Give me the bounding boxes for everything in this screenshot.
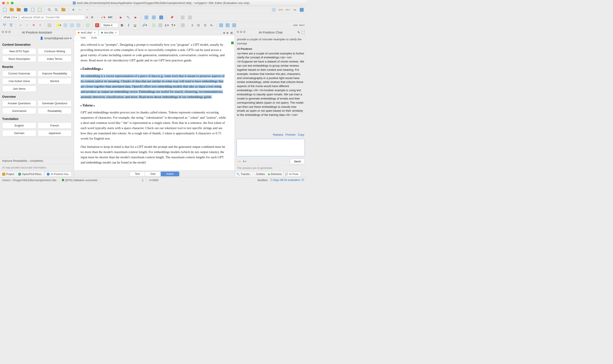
indent-icon[interactable] — [143, 14, 149, 20]
mode-author[interactable]: Author — [161, 171, 179, 176]
translate-english-button[interactable]: English — [2, 122, 36, 129]
format-icon[interactable] — [151, 14, 157, 20]
tab-test2[interactable]: test2.dita* ✕ — [75, 30, 98, 35]
list-ul-icon[interactable] — [196, 22, 201, 28]
join-items-button[interactable]: Join Items — [2, 86, 36, 92]
translate-french-button[interactable]: French — [38, 122, 72, 129]
db-perspective-icon[interactable] — [299, 7, 305, 13]
styles-dropdown[interactable]: Styles ▾ — [101, 23, 118, 28]
underline-button[interactable]: U — [132, 22, 138, 28]
summarize-button[interactable]: Summarize — [2, 108, 36, 114]
chat-input[interactable] — [237, 139, 305, 156]
comment1-icon[interactable] — [63, 22, 68, 28]
copy-link[interactable]: Copy — [298, 133, 304, 136]
highlight-icon[interactable]: ▾ — [56, 22, 62, 28]
tab-project[interactable]: Project — [0, 171, 16, 177]
xpath-version-select[interactable]: XPath 2.0 ▾ — [2, 15, 18, 20]
reload-icon[interactable] — [37, 7, 43, 13]
delete-icon[interactable]: ✕ — [31, 22, 36, 28]
copy-icon[interactable] — [47, 22, 52, 28]
back-icon[interactable]: ← — [77, 7, 83, 13]
improve-readability-button[interactable]: Improve Readability — [38, 70, 72, 77]
answer-questions-button[interactable]: Answer Questions — [2, 100, 36, 106]
tab-entities[interactable]: ⬩Entities — [253, 171, 266, 177]
continue-writing-button[interactable]: Continue Writing — [38, 48, 72, 54]
correct-grammar-button[interactable]: Correct Grammar — [2, 70, 36, 77]
bookmark-icon[interactable] — [158, 14, 164, 20]
table1-icon[interactable] — [218, 22, 224, 28]
tab-positron-assistant[interactable]: AI Positron Ass.. — [45, 171, 72, 177]
profile-icon[interactable] — [2, 22, 7, 28]
tab-open-find[interactable]: Open/Find Reso.. — [16, 171, 44, 177]
xpath-input[interactable] — [20, 15, 85, 20]
open-project-icon[interactable] — [16, 7, 22, 13]
close-tab-icon[interactable]: ✕ — [115, 31, 117, 34]
media-icon[interactable] — [158, 22, 163, 28]
xquery-perspective-icon[interactable]: XQ — [292, 7, 298, 13]
editor-content[interactable]: also referred to as "prompts". Designing… — [74, 40, 235, 170]
table2-icon[interactable] — [225, 22, 230, 28]
italic-button[interactable]: I — [126, 22, 131, 28]
favorite-icon[interactable]: ☆▾ — [237, 160, 241, 163]
tab-next-icon[interactable]: ▶ — [226, 31, 229, 34]
filter-icon[interactable] — [8, 22, 14, 28]
user-account-row[interactable]: 👤 tomjoht@gmail.com ▾ — [0, 36, 74, 41]
reject-change-icon[interactable]: ✓ — [24, 22, 30, 28]
close-tab-icon[interactable]: ✕ — [94, 31, 96, 34]
layout2-icon[interactable] — [187, 14, 193, 20]
open-folder-icon[interactable] — [9, 7, 15, 13]
forward-icon[interactable]: → — [84, 7, 90, 13]
para-embeddings[interactable]: An embedding is a vector representation … — [80, 73, 226, 100]
validate-icon[interactable]: ✓▾ — [100, 14, 106, 20]
pushpin-icon[interactable]: 📌 — [169, 14, 175, 20]
bold-button[interactable]: B — [119, 22, 125, 28]
wrench-icon[interactable]: 🔧 — [125, 14, 131, 20]
xslt-perspective-icon[interactable]: XSLT — [285, 7, 291, 13]
index-terms-button[interactable]: Index Terms — [38, 56, 72, 62]
dita-perspective-icon[interactable]: DITA — [278, 7, 284, 13]
xpath-settings-icon[interactable]: ⚙ — [89, 14, 95, 20]
list3-icon[interactable] — [202, 22, 208, 28]
heading-tokens[interactable]: Tokens — [80, 103, 226, 108]
para-tokens[interactable]: GPT and embeddings models process text i… — [80, 110, 226, 141]
insert-icon[interactable] — [85, 22, 91, 28]
translate-japanese-button[interactable]: Japanese — [38, 130, 72, 136]
tab-positron-chat[interactable]: 💬AI Posit.. — [283, 171, 301, 177]
mode-grid[interactable]: Grid — [145, 171, 161, 176]
table3-icon[interactable] — [231, 22, 237, 28]
tab-list-icon[interactable]: ▦ — [230, 31, 233, 34]
star-icon[interactable]: ✦ — [70, 7, 76, 13]
preview-link[interactable]: Preview — [285, 133, 295, 136]
image-icon[interactable] — [151, 22, 157, 28]
close-window-icon[interactable] — [2, 2, 5, 4]
expand-icon[interactable]: ⛶ — [302, 30, 305, 34]
sort-icon[interactable]: A↓ — [209, 22, 214, 28]
find-folder-icon[interactable] — [60, 7, 67, 13]
itemize-button[interactable]: Itemize — [38, 78, 72, 84]
layout-icon[interactable] — [271, 7, 277, 13]
spell-check-icon[interactable]: ABC — [107, 14, 113, 20]
search-icon[interactable] — [46, 7, 53, 13]
use-active-voice-button[interactable]: Use Active Voice — [2, 78, 36, 84]
delete2-icon[interactable]: ✕ — [37, 22, 43, 28]
red-f-icon[interactable]: F — [94, 22, 100, 28]
save-icon[interactable] — [23, 7, 29, 13]
layout1-icon[interactable] — [179, 14, 186, 20]
tab-elements[interactable]: ◆Elements — [267, 171, 283, 177]
list-ol-icon[interactable] — [189, 22, 195, 28]
split-icon[interactable]: SPLIT — [299, 22, 305, 28]
para-limitation[interactable]: One limitation to keep in mind is that f… — [80, 144, 226, 165]
minimize-window-icon[interactable] — [7, 2, 9, 4]
new-dita-topic-button[interactable]: New DITA Topic — [2, 48, 36, 54]
comment2-icon[interactable] — [69, 22, 75, 28]
section-icon[interactable]: § ▾ — [164, 22, 170, 28]
join-icon[interactable]: JOIN — [293, 22, 298, 28]
send-button[interactable]: Send — [290, 159, 305, 164]
insert-menu-icon[interactable]: ⬇▾ — [242, 160, 246, 163]
paragraph-icon[interactable]: ¶ ▾ — [171, 22, 176, 28]
para-intro[interactable]: also referred to as "prompts". Designing… — [80, 42, 226, 63]
translate-german-button[interactable]: German — [2, 130, 36, 136]
short-description-button[interactable]: Short Description — [2, 56, 36, 62]
maximize-window-icon[interactable] — [11, 2, 13, 4]
replace-link[interactable]: Replace — [273, 133, 283, 136]
